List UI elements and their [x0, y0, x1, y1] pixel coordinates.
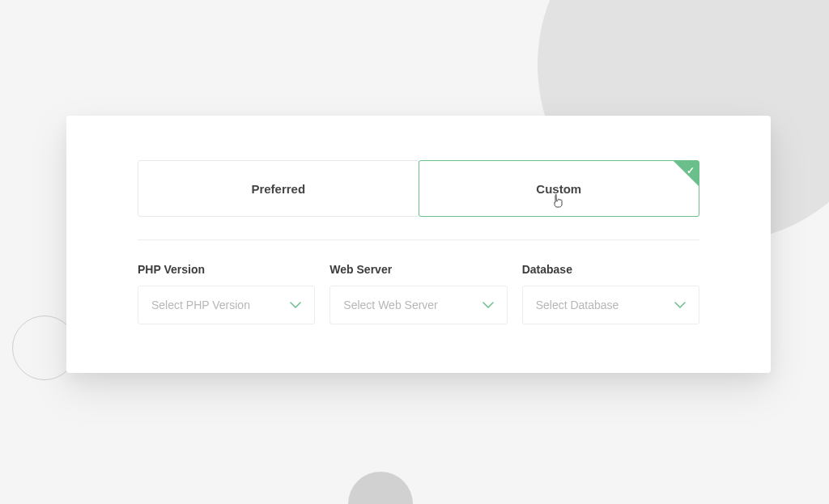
decorative-circle-bottom [348, 472, 413, 504]
database-select[interactable]: Select Database [522, 286, 699, 324]
database-field: Database Select Database [522, 263, 699, 324]
web-server-field: Web Server Select Web Server [329, 263, 507, 324]
pointer-cursor-icon [552, 193, 565, 211]
fields-row: PHP Version Select PHP Version Web Serve… [138, 263, 699, 324]
web-server-label: Web Server [329, 263, 507, 276]
tab-group: Preferred Custom ✓ [138, 160, 699, 240]
php-version-field: PHP Version Select PHP Version [138, 263, 315, 324]
chevron-down-icon [674, 302, 686, 308]
selected-corner: ✓ [663, 161, 699, 197]
chevron-down-icon [483, 302, 494, 308]
tab-custom[interactable]: Custom ✓ [419, 160, 700, 217]
php-version-label: PHP Version [138, 263, 315, 276]
tab-preferred[interactable]: Preferred [138, 160, 419, 217]
php-version-placeholder: Select PHP Version [151, 299, 250, 311]
tab-preferred-label: Preferred [251, 182, 305, 196]
database-label: Database [522, 263, 699, 276]
check-icon: ✓ [687, 165, 695, 176]
chevron-down-icon [290, 302, 301, 308]
database-placeholder: Select Database [536, 299, 619, 311]
web-server-placeholder: Select Web Server [343, 299, 437, 311]
config-card: Preferred Custom ✓ PHP Version Select PH… [66, 116, 771, 373]
web-server-select[interactable]: Select Web Server [329, 286, 507, 324]
php-version-select[interactable]: Select PHP Version [138, 286, 315, 324]
